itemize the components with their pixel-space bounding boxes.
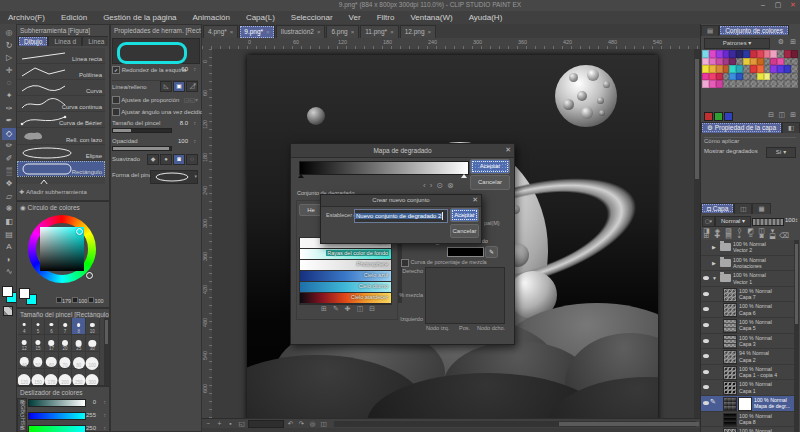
palette-cell-4-10[interactable] bbox=[770, 80, 777, 88]
canvas-tab-ilustraci-n2[interactable]: Ilustración2× bbox=[276, 25, 326, 39]
palette-cell-1-11[interactable] bbox=[777, 58, 784, 66]
brush-size-120[interactable]: 120 bbox=[18, 369, 32, 385]
palette-cell-4-5[interactable] bbox=[736, 80, 743, 88]
brush-size-80[interactable]: 80 bbox=[72, 352, 86, 369]
brush-size-10[interactable]: 10 bbox=[86, 318, 100, 335]
palette-cell-1-6[interactable] bbox=[743, 58, 750, 66]
palette-cell-3-11[interactable] bbox=[777, 73, 784, 81]
zoom-out-icon[interactable]: − bbox=[204, 419, 213, 428]
opacity-slider[interactable] bbox=[112, 146, 172, 151]
menu-capa-l[interactable]: Capa(L) bbox=[238, 11, 283, 24]
duplicate-gradient-icon[interactable]: ◫ bbox=[357, 305, 364, 313]
subtool-rect-ngulo[interactable]: Rectángulo bbox=[17, 161, 105, 177]
layer-thumbnail[interactable] bbox=[723, 303, 737, 317]
rotate-canvas-icon[interactable]: ↻ bbox=[2, 40, 16, 52]
canvas-tab-6-png[interactable]: 6.png× bbox=[326, 25, 359, 39]
layer-row-capa-6[interactable]: 100 % NormalCapa 6 bbox=[701, 302, 794, 318]
gradient-item-rayas-del-color-de-fondo[interactable]: Rayas del color de fondo bbox=[300, 249, 391, 260]
palette-cell-1-5[interactable] bbox=[736, 58, 743, 66]
brush-size-50[interactable]: 50 bbox=[32, 352, 46, 369]
palette-cell-4-6[interactable] bbox=[743, 80, 750, 88]
gradient-item-cielo-azul[interactable]: Cielo azul bbox=[300, 271, 391, 282]
tab-approx-colors[interactable]: ▤ bbox=[701, 25, 719, 36]
slider-value[interactable]: 255 bbox=[86, 412, 96, 418]
palette-cell-0-7[interactable] bbox=[750, 50, 757, 58]
canvas-tab-11-png[interactable]: 11.png*× bbox=[360, 25, 398, 39]
new-set-cancel-button[interactable]: Cancelar bbox=[450, 224, 479, 238]
palette-cell-4-1[interactable] bbox=[709, 80, 716, 88]
layer-opacity-slider[interactable] bbox=[752, 218, 784, 226]
palette-cell-2-6[interactable] bbox=[743, 65, 750, 73]
canvas-tab-12-png[interactable]: 12.png× bbox=[400, 25, 436, 39]
brush-size-17[interactable]: 17 bbox=[45, 335, 59, 352]
visibility-eye-icon[interactable] bbox=[703, 276, 709, 280]
visibility-eye-icon[interactable] bbox=[703, 292, 709, 296]
palette-cell-1-8[interactable] bbox=[757, 58, 764, 66]
main-color-swatch[interactable] bbox=[19, 288, 30, 299]
mix-curve-box[interactable] bbox=[425, 267, 505, 324]
brush-size-30[interactable]: 30 bbox=[86, 335, 100, 352]
palette-cell-2-13[interactable] bbox=[791, 65, 798, 73]
slider-value[interactable]: 0 bbox=[93, 399, 96, 405]
slider-stepper[interactable]: ↕ bbox=[104, 399, 107, 405]
palette-cell-0-0[interactable] bbox=[702, 50, 709, 58]
gradient-item-cielo-atardecer[interactable]: Cielo atardecer bbox=[300, 293, 391, 304]
palette-cell-1-12[interactable] bbox=[784, 58, 791, 66]
add-subtool-button[interactable]: ✚Añadir subherramienta bbox=[17, 184, 105, 200]
palette-cell-3-13[interactable] bbox=[791, 73, 798, 81]
brush-size-40[interactable]: 40 bbox=[18, 352, 32, 369]
balloon-tool-icon[interactable]: ◗ bbox=[2, 254, 16, 266]
edit-color-button[interactable]: ✎ bbox=[485, 246, 498, 258]
palette-cell-4-13[interactable] bbox=[791, 80, 798, 88]
operation-tool-icon[interactable]: ▷ bbox=[2, 52, 16, 64]
palette-cell-4-0[interactable] bbox=[702, 80, 709, 88]
palette-cell-1-0[interactable] bbox=[702, 58, 709, 66]
palette-cell-2-3[interactable] bbox=[723, 65, 730, 73]
brush-size-value[interactable]: 8.0 bbox=[180, 120, 188, 126]
palette-cell-3-10[interactable] bbox=[770, 73, 777, 81]
layer-row-partial[interactable]: 100 % Normal bbox=[701, 427, 794, 432]
gradient-preview-bar[interactable] bbox=[299, 161, 469, 175]
specified-color-swatch[interactable] bbox=[447, 247, 484, 257]
subtool-elipse[interactable]: Elipse bbox=[17, 145, 105, 161]
subtool-pol-gono[interactable]: Polígono bbox=[17, 177, 105, 184]
roundness-value[interactable]: 60 bbox=[181, 66, 188, 72]
scrollbar-thumb[interactable] bbox=[559, 422, 699, 426]
transparent-color-chip[interactable] bbox=[3, 306, 13, 316]
patterns-dropdown[interactable]: Patrones ▾ bbox=[704, 38, 770, 49]
palette-cell-3-8[interactable] bbox=[757, 73, 764, 81]
layer-row-capa-1[interactable]: 100 % NormalCapa 1 bbox=[701, 380, 794, 396]
flip-view-icon[interactable]: ◫ bbox=[319, 419, 328, 428]
palette-cell-0-8[interactable] bbox=[757, 50, 764, 58]
hue-cursor[interactable] bbox=[86, 272, 93, 279]
gradient-cancel-button[interactable]: Cancelar bbox=[470, 175, 510, 190]
main-color-chip[interactable] bbox=[2, 286, 13, 297]
expand-icon[interactable]: ⊞ bbox=[790, 38, 796, 46]
add-gradient-icon[interactable]: ✚ bbox=[345, 305, 351, 313]
brush-size-170[interactable]: 170 bbox=[45, 369, 59, 385]
gradient-item-cielo-diurno[interactable]: Cielo diurno bbox=[300, 282, 391, 293]
antialias-mid-icon[interactable]: ◙ bbox=[173, 154, 185, 165]
brush-shape-dropdown[interactable]: ▾ bbox=[150, 170, 198, 184]
brush-tool-icon[interactable]: ✐ bbox=[2, 153, 16, 165]
layer-row-vector-1[interactable]: ▼100 % NormalVector 1 bbox=[701, 271, 794, 287]
layer-thumbnail[interactable] bbox=[723, 350, 737, 364]
rotate-left-icon[interactable]: ↶ bbox=[286, 419, 295, 428]
zoom-in-icon[interactable]: + bbox=[215, 419, 224, 428]
menu-gesti-n-de-la-p-gina[interactable]: Gestión de la página bbox=[95, 11, 184, 24]
brush-size-100[interactable]: 100 bbox=[86, 352, 100, 369]
palette-cell-2-5[interactable] bbox=[736, 65, 743, 73]
layer-mask-thumbnail[interactable] bbox=[738, 397, 752, 411]
palette-cell-0-13[interactable] bbox=[791, 50, 798, 58]
roundness-checkbox[interactable]: ✓ bbox=[112, 66, 120, 74]
palette-cell-3-3[interactable] bbox=[723, 73, 730, 81]
pencil-tool-icon[interactable]: ✏ bbox=[2, 140, 16, 152]
palette-cell-2-1[interactable] bbox=[709, 65, 716, 73]
footer-swatch-0[interactable] bbox=[704, 112, 713, 121]
zoom-tool-icon[interactable]: ◎ bbox=[2, 27, 16, 39]
palette-cell-3-6[interactable] bbox=[743, 73, 750, 81]
brush-size-stepper[interactable]: ↕ bbox=[194, 120, 197, 126]
roundness-stepper[interactable]: ↕ bbox=[194, 66, 197, 72]
effect-dropdown[interactable]: Sí ▾ bbox=[766, 147, 796, 158]
delete-color-icon[interactable]: ⊟ bbox=[768, 111, 774, 119]
